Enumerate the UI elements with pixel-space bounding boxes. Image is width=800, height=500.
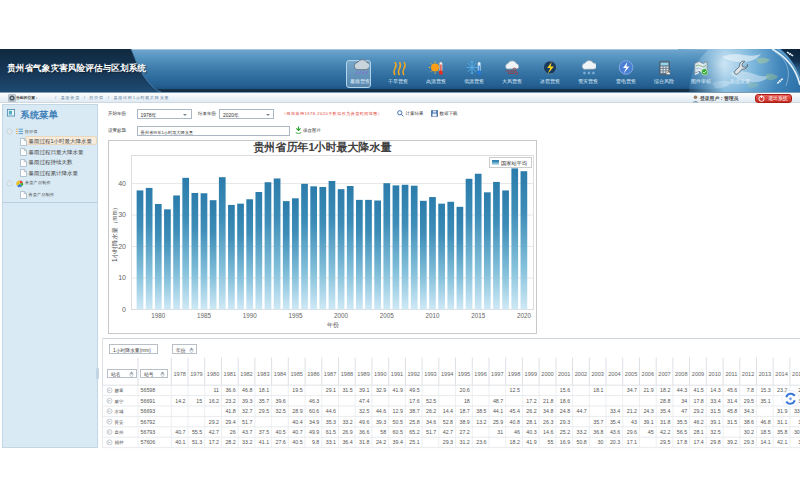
- svg-text:47.4: 47.4: [359, 398, 369, 404]
- svg-text:40.7: 40.7: [292, 429, 302, 435]
- svg-text:1991: 1991: [391, 371, 403, 377]
- svg-text:14.6: 14.6: [543, 429, 553, 435]
- svg-text:34: 34: [681, 398, 687, 404]
- svg-text:36.8: 36.8: [593, 429, 603, 435]
- svg-text:1996: 1996: [474, 371, 486, 377]
- svg-text:18.7: 18.7: [459, 408, 469, 414]
- svg-text:42.7: 42.7: [443, 429, 453, 435]
- svg-text:威宁: 威宁: [115, 399, 124, 404]
- svg-text:56.5: 56.5: [677, 429, 687, 435]
- svg-text:30: 30: [598, 439, 604, 445]
- svg-text:1989: 1989: [357, 371, 369, 377]
- svg-text:39.1: 39.1: [710, 419, 720, 425]
- svg-text:17.8: 17.8: [677, 439, 687, 445]
- svg-text:2009: 2009: [692, 371, 704, 377]
- svg-text:17.2: 17.2: [209, 439, 219, 445]
- svg-text:33.1: 33.1: [794, 408, 800, 414]
- svg-text:42.7: 42.7: [209, 429, 219, 435]
- svg-text:44.7: 44.7: [576, 408, 586, 414]
- svg-text:2003: 2003: [591, 371, 603, 377]
- svg-text:2000: 2000: [541, 371, 553, 377]
- svg-text:31.4: 31.4: [727, 398, 737, 404]
- svg-text:18.1: 18.1: [593, 387, 603, 393]
- svg-text:14.2: 14.2: [175, 398, 185, 404]
- svg-text:32.5: 32.5: [710, 429, 720, 435]
- svg-text:21.9: 21.9: [643, 387, 653, 393]
- svg-text:15: 15: [196, 398, 202, 404]
- svg-text:32.9: 32.9: [376, 387, 386, 393]
- svg-text:41.8: 41.8: [225, 408, 235, 414]
- svg-text:26.2: 26.2: [426, 408, 436, 414]
- svg-text:39.2: 39.2: [727, 439, 737, 445]
- svg-text:14.4: 14.4: [443, 408, 453, 414]
- svg-text:桐梓: 桐梓: [115, 440, 124, 446]
- svg-text:51.3: 51.3: [192, 439, 202, 445]
- svg-text:39.1: 39.1: [359, 387, 369, 393]
- svg-text:1984: 1984: [274, 371, 286, 377]
- svg-text:20.6: 20.6: [459, 387, 469, 393]
- svg-text:46: 46: [514, 429, 520, 435]
- svg-text:40.5: 40.5: [275, 429, 285, 435]
- svg-text:18.1: 18.1: [259, 387, 269, 393]
- svg-text:31.1: 31.1: [777, 419, 787, 425]
- svg-text:40.1: 40.1: [175, 439, 185, 445]
- svg-text:12.9: 12.9: [393, 408, 403, 414]
- svg-text:2005: 2005: [625, 371, 637, 377]
- svg-text:56693: 56693: [141, 408, 156, 414]
- svg-text:2013: 2013: [759, 371, 771, 377]
- svg-text:45.4: 45.4: [510, 408, 520, 414]
- svg-text:16.2: 16.2: [209, 398, 219, 404]
- svg-text:水城: 水城: [115, 409, 124, 414]
- svg-text:41.5: 41.5: [693, 387, 703, 393]
- svg-text:2002: 2002: [575, 371, 587, 377]
- svg-text:40.5: 40.5: [292, 439, 302, 445]
- svg-text:40.7: 40.7: [175, 429, 185, 435]
- svg-text:9.8: 9.8: [312, 439, 319, 445]
- svg-text:1997: 1997: [491, 371, 503, 377]
- svg-text:55.5: 55.5: [192, 429, 202, 435]
- svg-text:61.5: 61.5: [326, 429, 336, 435]
- svg-text:29.1: 29.1: [326, 387, 336, 393]
- svg-text:44.3: 44.3: [677, 387, 687, 393]
- svg-text:1998: 1998: [508, 371, 520, 377]
- svg-text:17.1: 17.1: [627, 439, 637, 445]
- svg-text:25.9: 25.9: [493, 419, 503, 425]
- svg-text:36.4: 36.4: [342, 439, 352, 445]
- svg-text:2007: 2007: [658, 371, 670, 377]
- svg-text:35.3: 35.3: [326, 419, 336, 425]
- svg-text:35.8: 35.8: [777, 429, 787, 435]
- svg-text:29.2: 29.2: [693, 408, 703, 414]
- svg-text:29.4: 29.4: [225, 419, 235, 425]
- svg-text:44.6: 44.6: [376, 408, 386, 414]
- svg-text:14.3: 14.3: [710, 387, 720, 393]
- svg-text:27.6: 27.6: [275, 439, 285, 445]
- svg-text:51.7: 51.7: [426, 429, 436, 435]
- svg-text:21.2: 21.2: [627, 408, 637, 414]
- svg-text:15.6: 15.6: [560, 387, 570, 393]
- svg-text:26: 26: [230, 429, 236, 435]
- svg-text:65.2: 65.2: [409, 429, 419, 435]
- svg-text:33.2: 33.2: [576, 429, 586, 435]
- svg-text:34.6: 34.6: [426, 419, 436, 425]
- svg-text:52.5: 52.5: [426, 398, 436, 404]
- svg-text:37.5: 37.5: [259, 429, 269, 435]
- svg-text:1985: 1985: [290, 371, 302, 377]
- svg-text:17.6: 17.6: [409, 398, 419, 404]
- svg-text:48.7: 48.7: [493, 398, 503, 404]
- svg-text:35.5: 35.5: [677, 419, 687, 425]
- svg-text:35.4: 35.4: [660, 408, 670, 414]
- svg-text:29.5: 29.5: [259, 408, 269, 414]
- svg-text:普安: 普安: [114, 420, 124, 425]
- svg-text:29.5: 29.5: [744, 398, 754, 404]
- svg-text:60.6: 60.6: [309, 408, 319, 414]
- svg-text:39.1: 39.1: [643, 419, 653, 425]
- svg-text:1980: 1980: [207, 371, 219, 377]
- svg-text:17.2: 17.2: [526, 398, 536, 404]
- svg-text:31.5: 31.5: [342, 387, 352, 393]
- svg-text:28.1: 28.1: [693, 429, 703, 435]
- svg-text:33.2: 33.2: [242, 439, 252, 445]
- svg-text:1981: 1981: [224, 371, 236, 377]
- svg-text:39.3: 39.3: [376, 419, 386, 425]
- svg-text:49.5: 49.5: [409, 387, 419, 393]
- svg-text:57606: 57606: [141, 439, 156, 445]
